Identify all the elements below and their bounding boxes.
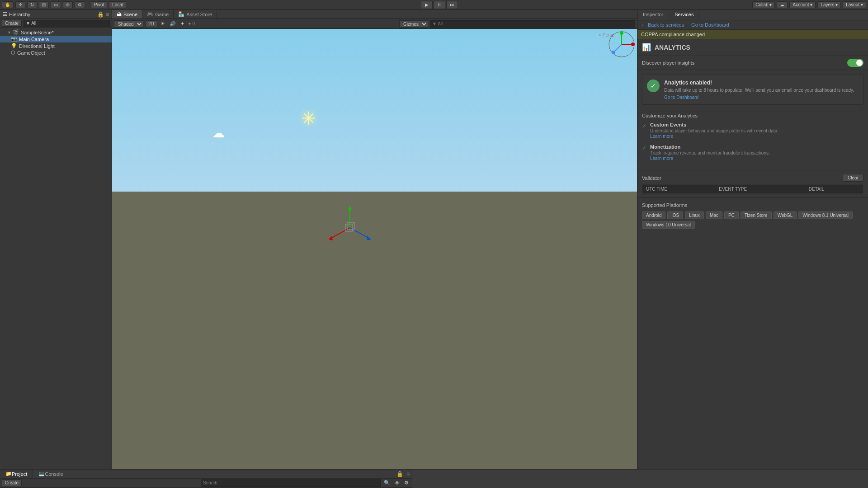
platform-tag-mac: Mac: [706, 211, 722, 219]
asset-store-tab-label: Asset Store: [186, 12, 212, 17]
cloud-btn[interactable]: ☁: [777, 1, 788, 8]
platform-tag-pc: PC: [724, 211, 739, 219]
monetization-learn-link[interactable]: Learn more: [650, 156, 673, 161]
effects-icon-btn[interactable]: ✦: [179, 20, 186, 27]
svg-marker-1: [348, 206, 352, 210]
top-toolbar: ✋ ✛ ↻ ⊞ ▭ ⊕ ⚙ Pivot Local ▶ ⏸ ⏭ Collab ▾…: [0, 0, 868, 10]
local-btn[interactable]: Local: [109, 1, 126, 8]
scene-search-input[interactable]: [430, 20, 635, 28]
main-camera-label: Main Camera: [19, 37, 49, 42]
custom-events-text: Custom Events Understand player behavior…: [650, 122, 778, 139]
audio-icon-btn[interactable]: 🔊: [168, 20, 177, 27]
gameobject-label: GameObject: [17, 50, 45, 56]
detail-header: DETAIL: [805, 185, 863, 194]
layout-btn[interactable]: Layout ▾: [843, 1, 866, 8]
main-camera-item[interactable]: 📷 Main Camera: [0, 36, 112, 42]
go-to-dashboard-link[interactable]: Go to Dashboard: [688, 20, 733, 29]
directional-light-item[interactable]: 💡 Directional Light: [0, 42, 112, 49]
play-controls: ▶ ⏸ ⏭: [421, 1, 458, 9]
asset-store-tab-icon: 🏪: [178, 11, 184, 17]
overlay-count: ✦ 0: [188, 21, 195, 26]
utc-time-header: UTC TIME: [642, 185, 715, 194]
console-tab-label: Console: [45, 471, 63, 477]
hierarchy-search-input[interactable]: [24, 20, 110, 27]
scene-root-item[interactable]: ▼ 🎬 SampleScene*: [0, 29, 112, 36]
search-icon-btn[interactable]: 🔍: [382, 479, 392, 486]
validator-title: Validator: [642, 175, 661, 181]
gizmos-dropdown[interactable]: Gizmos: [399, 20, 428, 28]
platform-tag-linux: Linux: [685, 211, 704, 219]
rect-tool-btn[interactable]: ▭: [51, 1, 61, 8]
game-tab-icon: 🎮: [147, 11, 153, 17]
move-tool-btn[interactable]: ✛: [15, 1, 25, 8]
back-to-services-link[interactable]: ← Back to services: [637, 20, 688, 29]
scene-tab-icon: 🏔: [117, 12, 122, 17]
rotate-tool-btn[interactable]: ↻: [27, 1, 37, 8]
validator-header: Validator Clear: [642, 174, 863, 182]
lighting-icon-btn[interactable]: ☀: [159, 20, 166, 27]
project-create-btn[interactable]: Create: [2, 479, 22, 486]
services-header-bar: ← Back to services Go to Dashboard: [637, 20, 868, 30]
inspector-tab[interactable]: Inspector: [637, 10, 669, 20]
hand-tool-btn[interactable]: ✋: [2, 1, 14, 8]
project-panel: 📁 Project 💻 Console 🔒 ≡ Create 🔍 👁 ⚙ ▼: [0, 469, 412, 488]
console-tab[interactable]: 💻 Console: [33, 469, 69, 478]
bottom-layout: 📁 Project 💻 Console 🔒 ≡ Create 🔍 👁 ⚙ ▼: [0, 469, 868, 488]
pivot-btn[interactable]: Pivot: [91, 1, 107, 8]
monetization-title: Monetization: [650, 144, 770, 150]
project-panel-lock-icon: 🔒: [395, 471, 405, 477]
coppa-text: COPPA compliance changed: [641, 32, 705, 37]
play-btn[interactable]: ▶: [421, 1, 433, 9]
platform-tag-windows-8.1-universal: Windows 8.1 Universal: [798, 211, 853, 219]
hierarchy-create-btn[interactable]: Create: [2, 20, 22, 27]
custom-events-learn-link[interactable]: Learn more: [650, 134, 673, 139]
gameobject-item[interactable]: ⬡ GameObject: [0, 49, 112, 56]
customize-title: Customize your Analytics: [642, 113, 863, 118]
pause-btn[interactable]: ⏸: [434, 1, 445, 9]
project-icon: 📁: [5, 471, 12, 477]
hierarchy-menu-icon: ≡: [106, 11, 109, 18]
scene-tab[interactable]: 🏔 Scene: [112, 10, 142, 19]
hierarchy-panel: ☰ Hierarchy 🔒 ≡ Create ▼ 🎬 SampleScene* …: [0, 10, 112, 469]
custom-events-check-icon: ✓: [642, 123, 646, 129]
project-search-input[interactable]: [201, 479, 381, 487]
scene-arrow-icon: ▼: [7, 30, 11, 35]
hierarchy-icon: ☰: [3, 11, 7, 17]
scene-view: 🏔 Scene 🎮 Game 🏪 Asset Store Shaded 2D ☀…: [112, 10, 637, 469]
account-btn[interactable]: Account ▾: [789, 1, 816, 8]
scale-tool-btn[interactable]: ⊞: [39, 1, 49, 8]
hierarchy-header: ☰ Hierarchy 🔒 ≡: [0, 10, 112, 19]
custom-events-desc: Understand player behavior and usage pat…: [650, 128, 778, 133]
sun-object: ✳: [301, 108, 321, 128]
services-tab[interactable]: Services: [669, 10, 699, 20]
collab-btn[interactable]: Collab ▾: [752, 1, 775, 8]
transform-gizmo: [327, 205, 363, 241]
layers-btn[interactable]: Layers ▾: [817, 1, 841, 8]
transform-tool-btn[interactable]: ⊕: [63, 1, 73, 8]
customize-section: Customize your Analytics ✓ Custom Events…: [637, 109, 868, 170]
analytics-toggle[interactable]: [847, 59, 863, 67]
step-btn[interactable]: ⏭: [446, 1, 458, 9]
hierarchy-toolbar: Create: [0, 19, 112, 28]
game-tab[interactable]: 🎮 Game: [142, 10, 174, 19]
scene-canvas[interactable]: ✳ ☁ < Persp: [112, 29, 637, 469]
project-tab[interactable]: 📁 Project: [0, 469, 33, 478]
settings-icon-btn2[interactable]: ⚙: [403, 479, 410, 486]
eye-icon-btn[interactable]: 👁: [393, 480, 401, 486]
inspector-tabs: Inspector Services: [637, 10, 868, 20]
asset-store-tab[interactable]: 🏪 Asset Store: [174, 10, 217, 19]
settings-tool-btn[interactable]: ⚙: [75, 1, 85, 8]
custom-events-feature: ✓ Custom Events Understand player behavi…: [642, 122, 863, 139]
2d-btn[interactable]: 2D: [145, 20, 157, 27]
platform-tag-tizen-store: Tizen Store: [741, 211, 772, 219]
monetization-feature: ✓ Monetization Track in-game revenue and…: [642, 144, 863, 161]
shaded-dropdown[interactable]: Shaded: [114, 20, 143, 28]
discover-row: Discover player insights: [637, 56, 868, 70]
event-type-header: EVENT TYPE: [715, 185, 805, 194]
discover-text: Discover player insights: [642, 60, 694, 66]
scene-icon: 🎬: [13, 29, 19, 35]
go-dashboard-link2[interactable]: Go to Dashboard: [664, 95, 698, 100]
clear-button[interactable]: Clear: [843, 174, 863, 182]
light-icon: 💡: [11, 43, 17, 49]
platform-tags: AndroidiOSLinuxMacPCTizen StoreWebGLWind…: [642, 211, 863, 229]
